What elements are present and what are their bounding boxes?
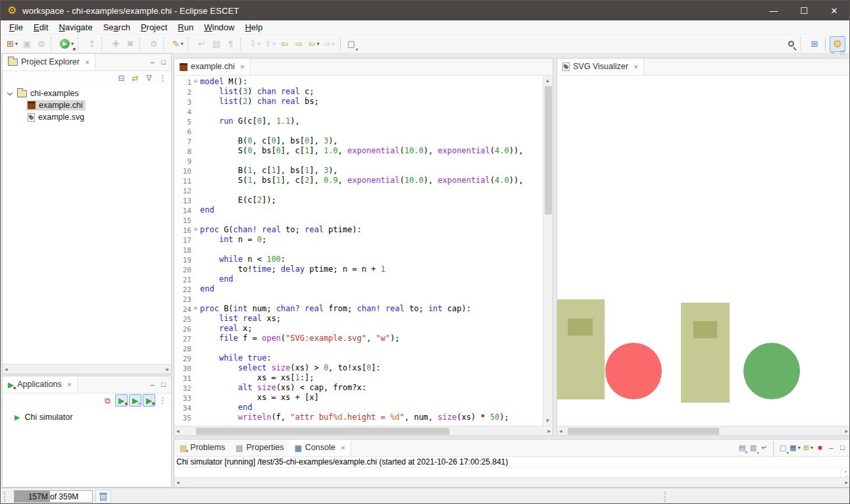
forward-history-button[interactable]: ⇨ <box>293 37 306 51</box>
pin-editor-button[interactable]: ▢● <box>345 37 358 51</box>
search-button[interactable] <box>784 37 797 51</box>
collapse-all-button[interactable]: ⊟ <box>115 72 128 84</box>
display-selected-console-button[interactable]: ▦▾ <box>788 441 801 455</box>
dropdown-arrow-icon[interactable]: ▾ <box>273 41 276 47</box>
code-line[interactable]: 33 xs = xs + [x] <box>174 393 543 403</box>
editor-vscrollbar[interactable]: ▴ ▾ <box>543 76 553 426</box>
terminate-button[interactable]: ■ <box>814 441 826 455</box>
code-line[interactable]: 13 E(c[2]); <box>174 195 543 205</box>
dropdown-arrow-icon[interactable]: ▾ <box>317 41 320 47</box>
dropdown-arrow-icon[interactable]: ▾ <box>15 41 18 47</box>
editor-hscroll-thumb[interactable] <box>196 428 449 435</box>
scroll-left-icon[interactable]: ◂ <box>176 480 180 486</box>
code-line[interactable]: 17 int n = 0; <box>174 235 543 245</box>
code-line[interactable]: 2 list(3) chan real c; <box>174 87 543 97</box>
minimize-view-button[interactable]: – <box>826 441 837 455</box>
back-button[interactable]: ⇦▾ <box>307 37 321 51</box>
scroll-left-icon[interactable]: ◂ <box>5 366 8 372</box>
code-line[interactable]: 26 real x; <box>174 324 543 334</box>
code-line[interactable]: 23 <box>174 294 543 304</box>
code-line[interactable]: 10 B(1, c[1], bs[1], 3), <box>174 166 543 176</box>
application-item[interactable]: ▶Chi simulator <box>3 407 171 422</box>
console-output-area[interactable]: ▴ ◿ <box>174 468 850 477</box>
tab-svg-visualizer[interactable]: SVG Visualizer✕ <box>557 59 644 75</box>
dropdown-arrow-icon[interactable]: ▾ <box>181 41 184 47</box>
run-garbage-collector-button[interactable] <box>95 490 111 503</box>
code-line[interactable]: 29 while true: <box>174 353 543 363</box>
code-line[interactable]: 6 <box>174 126 543 136</box>
code-line[interactable]: 22end <box>174 284 543 294</box>
new-wizard-button[interactable]: ⊞▾ <box>5 37 19 51</box>
code-line[interactable]: 27 file f = open("SVG:example.svg", "w")… <box>174 334 543 343</box>
scroll-right-icon[interactable]: ▸ <box>845 480 848 486</box>
code-line[interactable]: 19 while n < 100: <box>174 255 543 265</box>
back-history-button[interactable]: ⇦ <box>278 37 291 51</box>
code-line[interactable]: 5 run G(c[0], 1.1), <box>174 116 543 126</box>
tree-item-example-chi[interactable]: example.chi <box>3 99 171 111</box>
scroll-right-icon[interactable]: ▸ <box>845 428 848 434</box>
menu-window[interactable]: Window <box>199 22 239 32</box>
statusbar-grip[interactable] <box>4 491 7 502</box>
fold-collapse-icon[interactable]: ⊖ <box>191 225 200 235</box>
code-line[interactable]: 14end <box>174 205 543 215</box>
restore-view-button[interactable]: □ <box>838 49 847 57</box>
clear-console-button[interactable]: ▤✕ <box>736 441 747 455</box>
console-word-wrap-button[interactable]: ↵ <box>759 441 770 455</box>
scroll-left-icon[interactable]: ◂ <box>176 428 180 434</box>
maximize-view-button[interactable]: □ <box>158 57 169 68</box>
menu-navigate[interactable]: Navigate <box>53 22 97 32</box>
code-area[interactable]: 1⊖model M():2 list(3) chan real c;3 list… <box>174 76 543 426</box>
menu-help[interactable]: Help <box>239 22 268 32</box>
chevron-expanded-icon[interactable] <box>7 89 12 95</box>
fold-collapse-icon[interactable]: ⊖ <box>191 304 200 314</box>
menu-search[interactable]: Search <box>98 22 136 32</box>
minimize-view-button[interactable]: – <box>147 379 158 391</box>
dropdown-arrow-icon[interactable]: ▾ <box>798 445 801 451</box>
scroll-right-icon[interactable]: ▸ <box>547 428 551 434</box>
close-icon[interactable]: ✕ <box>85 59 90 66</box>
maximize-view-button[interactable]: □ <box>837 441 848 455</box>
tab-project-explorer[interactable]: Project Explorer✕ <box>3 54 95 70</box>
code-line[interactable]: 12 <box>174 186 543 195</box>
scroll-right-icon[interactable]: ▸ <box>166 366 169 372</box>
code-line[interactable]: 30 select size(xs) > 0, to!xs[0]: <box>174 363 543 373</box>
dropdown-arrow-icon[interactable]: ▾ <box>811 445 813 451</box>
code-line[interactable]: 7 B(0, c[0], bs[0], 3), <box>174 136 543 146</box>
run-button[interactable]: ▶■▾ <box>59 37 75 51</box>
link-with-editor-button[interactable]: ⇄ <box>129 72 141 84</box>
code-line[interactable]: 20 to!time; delay ptime; n = n + 1 <box>174 265 543 274</box>
window-close-button[interactable]: ✕ <box>819 1 849 20</box>
window-maximize-button[interactable]: ☐ <box>789 1 819 20</box>
auto-terminate-button[interactable]: ▶■ <box>115 394 128 407</box>
maximize-view-button[interactable]: □ <box>158 379 169 391</box>
minimize-view-button[interactable]: – <box>828 49 838 57</box>
tab-console[interactable]: ▦Console✕ <box>289 440 351 456</box>
code-line[interactable]: 1⊖model M(): <box>174 77 543 87</box>
scroll-up-icon[interactable]: ▴ <box>845 468 847 473</box>
view-menu-button[interactable]: ⋮ <box>157 72 169 84</box>
scroll-lock-button[interactable]: ▥● <box>747 441 759 455</box>
pin-console-button[interactable]: ▢● <box>777 441 788 455</box>
code-line[interactable]: 3 list(2) chan real bs; <box>174 97 543 107</box>
minimize-view-button[interactable]: – <box>147 57 158 68</box>
close-icon[interactable]: ✕ <box>341 445 346 451</box>
remove-all-terminated-button[interactable]: ⧉ <box>101 394 114 407</box>
code-line[interactable]: 25 list real xs; <box>174 314 543 324</box>
tab-problems[interactable]: ▤✕Problems <box>174 440 230 456</box>
code-line[interactable]: 8 S(0, bs[0], c[1], 1.0, exponential(10.… <box>174 146 543 156</box>
menu-edit[interactable]: Edit <box>28 22 53 32</box>
svg-hscrollbar[interactable]: ◂ ▸ <box>557 426 850 436</box>
view-menu-button[interactable]: ⋮ <box>157 394 169 407</box>
open-console-button[interactable]: ⊞▾ <box>802 441 814 455</box>
code-line[interactable]: 16⊖proc G(chan! real to; real ptime): <box>174 225 543 235</box>
code-line[interactable]: 24⊖proc B(int num; chan? real from; chan… <box>174 304 543 314</box>
editor-hscrollbar[interactable]: ◂ ▸ <box>174 426 553 436</box>
fold-collapse-icon[interactable]: ⊖ <box>191 77 200 87</box>
console-hscrollbar[interactable]: ◂ ▸ <box>174 477 850 487</box>
dropdown-arrow-icon[interactable]: ▾ <box>332 41 335 47</box>
code-line[interactable]: 35 writeln(f, "attr buf%d.height = %d", … <box>174 413 543 422</box>
code-line[interactable]: 31 xs = xs[1:]; <box>174 373 543 383</box>
tab-properties[interactable]: ▤Properties <box>230 440 289 456</box>
code-line[interactable]: 28 <box>174 343 543 353</box>
scroll-left-icon[interactable]: ◂ <box>559 428 562 434</box>
